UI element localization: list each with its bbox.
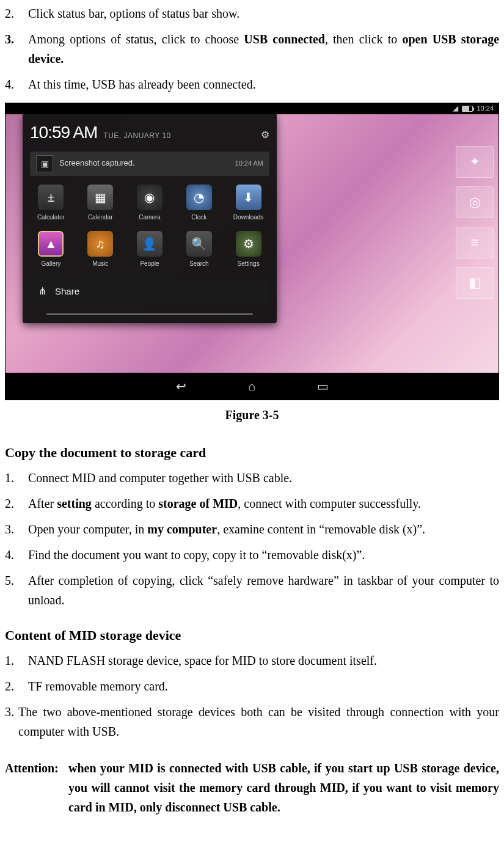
back-button[interactable]: ↩ [170, 379, 192, 394]
copy-step-5: 5. After completion of copying, click “s… [5, 571, 499, 610]
widget-4[interactable]: ◧ [456, 267, 494, 299]
app-label: Music [92, 259, 108, 269]
tablet-status-bar[interactable]: ◢ 10:24 [5, 103, 499, 114]
people-icon: 👤 [137, 231, 163, 257]
step-number: 2. [5, 4, 28, 23]
side-widgets: ✦ ◎ ≡ ◧ [456, 146, 492, 299]
content-item-3: 3. The two above-mentioned storage devic… [5, 702, 499, 741]
notification-item[interactable]: ▣ Screenshot captured. 10:24 AM [30, 152, 269, 176]
step-text: Open your computer, in my computer, exam… [28, 519, 499, 539]
home-button[interactable]: ⌂ [241, 379, 263, 394]
step-text: The two above-mentioned storage devices … [18, 702, 499, 741]
share-icon: ⋔ [38, 284, 46, 299]
step-text: After completion of copying, click “safe… [28, 571, 499, 610]
section-copy-title: Copy the document to storage card [5, 442, 499, 463]
app-settings[interactable]: ⚙Settings [230, 231, 267, 269]
content-item-2: 2. TF removable memory card. [5, 676, 499, 696]
clock-date: TUE, JANUARY 10 [103, 130, 170, 142]
app-label: Settings [238, 259, 260, 269]
app-search[interactable]: 🔍Search [180, 231, 217, 269]
step-number: 4. [5, 545, 28, 565]
step-text: Find the document you want to copy, copy… [28, 545, 499, 565]
step-number: 3. [5, 519, 28, 539]
quick-settings-icon[interactable]: ⚙ [261, 127, 269, 143]
step-2: 2. Click status bar, options of status b… [5, 4, 499, 23]
attention-block: Attention: when your MID is connected wi… [5, 758, 499, 817]
recent-button[interactable]: ▭ [312, 379, 334, 394]
step-number: 3. [5, 29, 28, 68]
music-icon: ♫ [87, 231, 113, 257]
text: Among options of status, click to choose [28, 32, 244, 46]
widget-1[interactable]: ✦ [456, 146, 494, 178]
app-label: Calculator [37, 213, 65, 222]
battery-icon [462, 106, 473, 112]
step-number: 2. [5, 676, 28, 696]
text: Open your computer, in [28, 522, 147, 536]
bold-term: storage of MID [158, 497, 238, 510]
step-number: 1. [5, 651, 28, 670]
gallery-icon: ▲ [38, 231, 64, 257]
app-row-1: ±Calculator ▦Calendar ◉Camera ◔Clock ⬇Do… [30, 185, 269, 222]
app-label: People [140, 259, 159, 269]
step-number: 2. [5, 494, 28, 513]
step-text: NAND FLASH storage device, space for MID… [28, 651, 499, 670]
step-number: 3. [5, 702, 18, 741]
step-text: At this time, USB has already been conne… [28, 75, 499, 94]
clock-icon: ◔ [186, 185, 212, 210]
app-downloads[interactable]: ⬇Downloads [230, 185, 267, 222]
section-content-title: Content of MID storage device [5, 624, 499, 646]
app-calculator[interactable]: ±Calculator [32, 185, 70, 222]
app-clock[interactable]: ◔Clock [180, 185, 217, 222]
panel-header: 10:59 AM TUE, JANUARY 10 ⚙ [30, 119, 269, 147]
attention-body: when your MID is connected with USB cabl… [68, 758, 499, 817]
widget-2[interactable]: ◎ [456, 186, 494, 218]
camera-icon: ◉ [137, 185, 163, 210]
calculator-icon: ± [38, 185, 64, 210]
text: according to [92, 497, 158, 510]
calendar-icon: ▦ [87, 185, 113, 210]
clock-time: 10:59 AM [30, 119, 97, 147]
app-row-2: ▲Gallery ♫Music 👤People 🔍Search ⚙Setting… [30, 231, 269, 269]
bold-term: USB connected [244, 32, 325, 46]
bold-term: my computer [147, 522, 217, 536]
app-music[interactable]: ♫Music [82, 231, 119, 269]
app-label: Gallery [42, 259, 61, 269]
screenshot-icon: ▣ [36, 155, 53, 172]
text: , examine content in “removable disk (x)… [217, 522, 425, 536]
panel-handle[interactable] [46, 313, 252, 315]
step-text: Connect MID and computer together with U… [28, 468, 499, 488]
step-text: Click status bar, options of status bar … [28, 4, 499, 23]
copy-step-1: 1. Connect MID and computer together wit… [5, 468, 499, 488]
app-gallery[interactable]: ▲Gallery [32, 231, 70, 269]
notification-time: 10:24 AM [235, 158, 263, 169]
search-icon: 🔍 [186, 231, 212, 257]
copy-step-2: 2. After setting according to storage of… [5, 494, 499, 513]
app-label: Search [189, 259, 209, 269]
share-label: Share [55, 284, 79, 299]
downloads-icon: ⬇ [236, 185, 261, 210]
status-time: 10:24 [477, 103, 494, 114]
attention-label: Attention: [5, 758, 68, 817]
figure-screenshot: ◢ 10:24 10:59 AM TUE, JANUARY 10 ⚙ ▣ Scr… [5, 103, 499, 400]
step-number: 4. [5, 75, 28, 94]
notification-title: Screenshot captured. [59, 157, 135, 170]
app-label: Camera [139, 213, 161, 222]
app-label: Calendar [88, 213, 113, 222]
app-people[interactable]: 👤People [131, 231, 169, 269]
copy-step-4: 4. Find the document you want to copy, c… [5, 545, 499, 565]
step-number: 5. [5, 571, 28, 610]
share-row[interactable]: ⋔ Share [30, 279, 269, 304]
notification-panel[interactable]: 10:59 AM TUE, JANUARY 10 ⚙ ▣ Screenshot … [23, 114, 277, 323]
document-page: 2. Click status bar, options of status b… [0, 4, 504, 841]
step-text: Among options of status, click to choose… [28, 29, 499, 68]
step-text: TF removable memory card. [28, 676, 499, 696]
app-camera[interactable]: ◉Camera [131, 185, 169, 222]
step-number: 1. [5, 468, 28, 488]
settings-icon: ⚙ [236, 231, 261, 257]
step-text: After setting according to storage of MI… [28, 494, 499, 513]
text: , then click to [325, 32, 403, 46]
app-calendar[interactable]: ▦Calendar [82, 185, 119, 222]
copy-step-3: 3. Open your computer, in my computer, e… [5, 519, 499, 539]
widget-3[interactable]: ≡ [456, 227, 494, 258]
step-4: 4. At this time, USB has already been co… [5, 75, 499, 94]
